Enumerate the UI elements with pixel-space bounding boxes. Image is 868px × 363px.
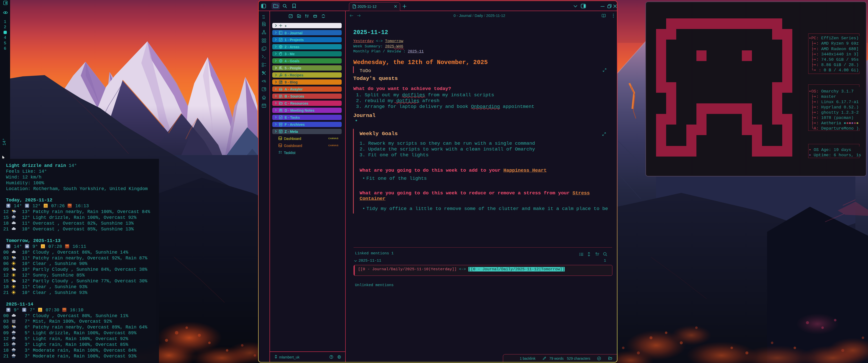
svg-text:01: 01 — [262, 14, 265, 17]
svg-text:<%: <% — [262, 79, 266, 84]
svg-text:1: 1 — [264, 105, 265, 108]
svg-text:10: 10 — [262, 17, 265, 19]
